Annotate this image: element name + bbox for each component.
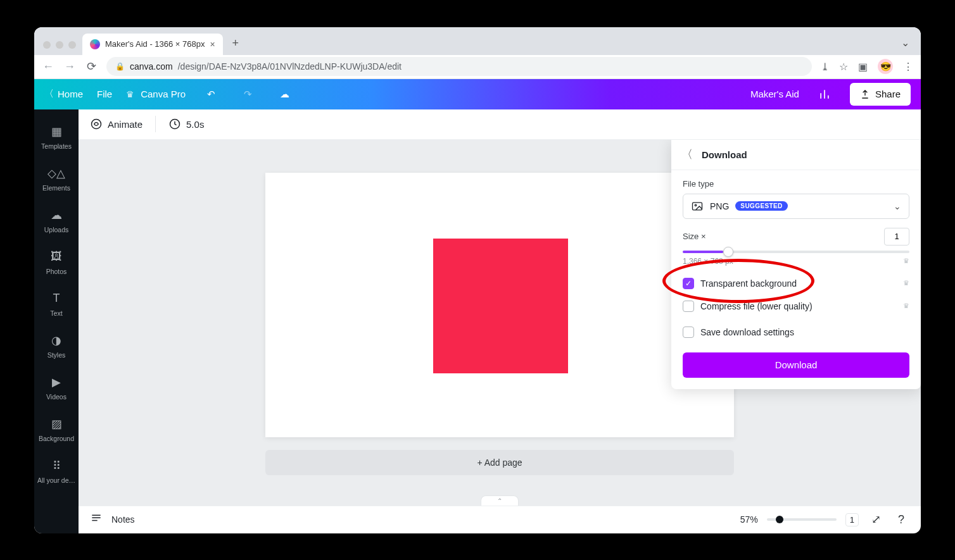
background-icon: ▨ (49, 417, 63, 431)
main-column: Animate 5.0s + Add page ⌃ 〈 D (79, 109, 921, 533)
image-icon (691, 200, 704, 213)
elements-icon: ◇△ (49, 166, 63, 180)
notes-button[interactable]: Notes (111, 514, 135, 525)
undo-icon[interactable]: ↶ (199, 83, 222, 106)
sidebar-item-uploads[interactable]: ☁Uploads (34, 201, 79, 241)
profile-avatar[interactable] (878, 59, 893, 74)
window-controls[interactable] (39, 41, 82, 55)
sidebar-item-elements[interactable]: ◇△Elements (34, 159, 79, 199)
context-toolbar: Animate 5.0s (79, 109, 921, 140)
checkbox-icon (683, 327, 694, 338)
videos-icon: ▶ (49, 375, 63, 389)
divider (155, 116, 156, 132)
file-type-select[interactable]: PNG SUGGESTED ⌄ (683, 194, 909, 219)
compress-file-checkbox[interactable]: Compress file (lower quality) ♛ (683, 295, 909, 318)
canva-pro-button[interactable]: Canva Pro (126, 89, 186, 99)
url-bar: ← → ⟳ 🔒 canva.com/design/DAE-NzV3p8A/01N… (34, 55, 921, 79)
lock-icon: 🔒 (115, 62, 125, 71)
reload-icon[interactable]: ⟳ (85, 59, 98, 73)
size-slider[interactable] (683, 251, 909, 253)
chevron-left-icon: 〈 (44, 88, 54, 100)
canva-favicon-icon (90, 39, 100, 49)
file-type-value: PNG (710, 201, 729, 211)
cloud-sync-icon[interactable]: ☁︎ (273, 83, 296, 106)
back-icon[interactable]: ← (42, 60, 54, 73)
animate-button[interactable]: Animate (90, 118, 142, 130)
bookmark-icon[interactable]: ☆ (839, 61, 848, 73)
canvas-area[interactable]: + Add page ⌃ 〈 Download File type PNG SU… (79, 140, 921, 506)
chevron-down-icon: ⌄ (894, 201, 901, 211)
sidebar-item-videos[interactable]: ▶Videos (34, 368, 79, 408)
photos-icon: 🖼 (49, 250, 63, 264)
app-header: 〈Home File Canva Pro ↶ ↷ ☁︎ Maker's Aid … (34, 79, 921, 109)
tabs-overflow-icon[interactable]: ⌄ (901, 37, 916, 55)
add-page-button[interactable]: + Add page (265, 450, 734, 475)
side-panel-icon[interactable]: ▣ (858, 61, 868, 73)
tab-strip: Maker's Aid - 1366 × 768px × + ⌄ (34, 27, 921, 55)
download-panel-header: 〈 Download (671, 140, 921, 170)
sidebar-item-photos[interactable]: 🖼Photos (34, 242, 79, 283)
install-app-icon[interactable]: ⤓ (821, 61, 829, 73)
page-indicator[interactable]: 1 (845, 513, 859, 526)
url-domain: canva.com (130, 61, 173, 72)
forward-icon: → (63, 60, 76, 73)
sidebar-item-styles[interactable]: ◑Styles (34, 326, 79, 366)
browser-tab[interactable]: Maker's Aid - 1366 × 768px × (82, 34, 223, 55)
file-type-label: File type (683, 179, 909, 189)
page-drawer-handle[interactable]: ⌃ (481, 495, 519, 506)
zoom-level[interactable]: 57% (740, 514, 758, 525)
size-label: Size × (683, 232, 706, 241)
styles-icon: ◑ (49, 333, 63, 347)
pro-crown-icon: ♛ (903, 257, 909, 265)
text-icon: T (49, 292, 63, 306)
help-icon[interactable]: ? (893, 513, 909, 526)
home-button[interactable]: 〈Home (44, 88, 83, 100)
sidebar-item-background[interactable]: ▨Background (34, 409, 79, 450)
url-path: /design/DAE-NzV3p8A/01NVlNzdedLNP-KUWju3… (178, 61, 402, 72)
apps-icon: ⠿ (49, 459, 63, 473)
sidebar-item-all-designs[interactable]: ⠿All your de… (34, 451, 79, 492)
insights-icon[interactable] (813, 83, 836, 106)
templates-icon: ▦ (49, 125, 63, 139)
svg-point-0 (92, 120, 101, 129)
sidebar-item-templates[interactable]: ▦Templates (34, 117, 79, 158)
download-title: Download (702, 149, 747, 160)
uploads-icon: ☁ (49, 208, 63, 222)
save-settings-checkbox[interactable]: Save download settings (683, 318, 909, 344)
pro-crown-icon: ♛ (903, 279, 909, 287)
close-tab-icon[interactable]: × (210, 39, 215, 49)
file-menu[interactable]: File (97, 89, 112, 99)
download-button[interactable]: Download (683, 352, 909, 378)
bottom-bar: Notes 57% 1 ⤢ ? (79, 506, 921, 533)
download-panel: 〈 Download File type PNG SUGGESTED ⌄ Siz… (671, 140, 921, 389)
red-square-shape[interactable] (433, 239, 568, 373)
left-sidebar: ▦Templates ◇△Elements ☁Uploads 🖼Photos T… (34, 109, 79, 533)
address-bar[interactable]: 🔒 canva.com/design/DAE-NzV3p8A/01NVlNzde… (106, 57, 812, 76)
size-multiplier-input[interactable] (884, 228, 909, 246)
duration-button[interactable]: 5.0s (168, 118, 204, 130)
share-button[interactable]: Share (850, 83, 911, 106)
browser-menu-icon[interactable]: ⋮ (903, 61, 913, 73)
new-tab-button[interactable]: + (227, 35, 244, 53)
transparent-background-checkbox[interactable]: ✓ Transparent background ♛ (683, 272, 909, 295)
fullscreen-icon[interactable]: ⤢ (868, 513, 884, 526)
suggested-badge: SUGGESTED (735, 201, 787, 211)
checkbox-icon (683, 301, 694, 312)
output-dimensions: 1,366 × 768 px (683, 257, 733, 266)
back-icon[interactable]: 〈 (681, 147, 693, 162)
document-title[interactable]: Maker's Aid (750, 89, 799, 99)
sidebar-item-text[interactable]: TText (34, 284, 79, 325)
design-page[interactable] (265, 173, 734, 437)
app-body: ▦Templates ◇△Elements ☁Uploads 🖼Photos T… (34, 109, 921, 533)
notes-icon[interactable] (90, 513, 103, 527)
pro-crown-icon: ♛ (903, 302, 909, 310)
tab-title: Maker's Aid - 1366 × 768px (105, 39, 205, 49)
browser-window: Maker's Aid - 1366 × 768px × + ⌄ ← → ⟳ 🔒… (34, 27, 921, 533)
zoom-slider[interactable] (767, 518, 837, 521)
svg-point-3 (695, 204, 697, 206)
checkbox-checked-icon: ✓ (683, 278, 694, 289)
redo-icon: ↷ (236, 83, 259, 106)
